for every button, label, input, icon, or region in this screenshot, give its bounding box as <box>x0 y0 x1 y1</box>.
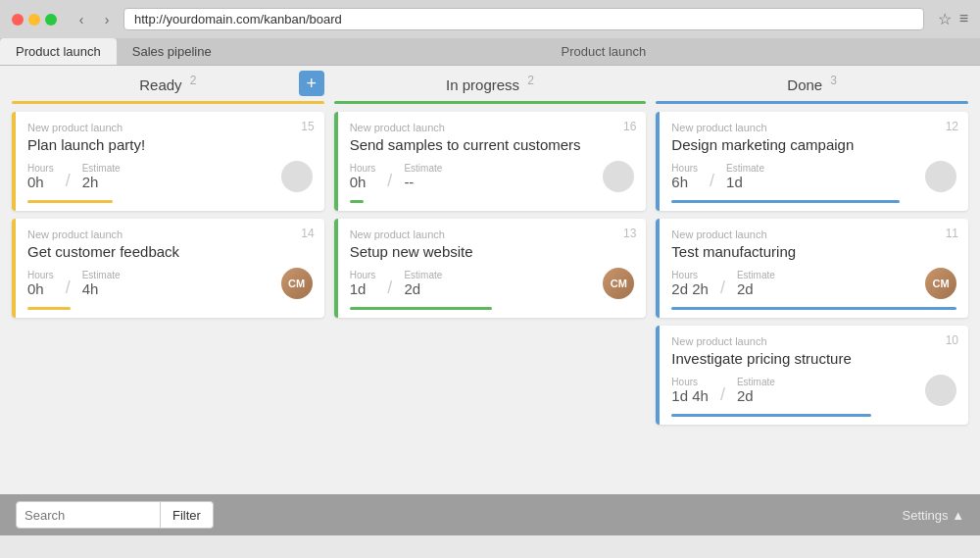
estimate-label: Estimate <box>404 163 442 174</box>
estimate-value: 2d <box>404 280 442 297</box>
back-button[interactable]: ‹ <box>71 9 92 30</box>
browser-titlebar: ‹ › http://yourdomain.com/kanban/board ☆… <box>0 0 980 38</box>
hours-value: 0h <box>27 280 54 297</box>
browser-chrome: ‹ › http://yourdomain.com/kanban/board ☆… <box>0 0 980 66</box>
nav-buttons: ‹ › <box>71 9 118 30</box>
hours-value: 6h <box>671 174 698 190</box>
estimate-value: 4h <box>82 280 121 297</box>
card-title: Get customer feedback <box>27 243 313 260</box>
cards-done: 12 New product launch Design marketing c… <box>656 112 968 425</box>
kanban-card[interactable]: 13 New product launch Setup new website … <box>334 219 647 318</box>
estimate-value: -- <box>404 174 442 190</box>
card-number: 12 <box>946 120 958 133</box>
estimate-value: 2h <box>82 174 121 190</box>
estimate-value: 2d <box>737 280 775 297</box>
card-project: New product launch <box>27 122 313 133</box>
estimate-group: Estimate 4h <box>82 270 121 297</box>
card-meta: Hours 2d 2h / Estimate 2d CM <box>671 268 956 299</box>
estimate-value: 2d <box>737 387 775 404</box>
kanban-card[interactable]: 15 New product launch Plan launch party!… <box>12 112 324 211</box>
hours-label: Hours <box>671 163 698 174</box>
app-tabs-row: Product launch Sales pipeline Product la… <box>0 38 980 66</box>
board-title: Product launch <box>227 38 980 65</box>
kanban-card[interactable]: 10 New product launch Investigate pricin… <box>656 326 968 425</box>
hours-group: Hours 2d 2h <box>671 270 709 297</box>
hours-label: Hours <box>671 377 709 387</box>
card-number: 10 <box>946 333 958 347</box>
hours-group: Hours 0h <box>27 163 54 190</box>
menu-icon[interactable]: ≡ <box>959 10 968 28</box>
card-title: Design marketing campaign <box>671 136 956 153</box>
tab-product-launch[interactable]: Product launch <box>0 38 117 65</box>
maximize-icon[interactable] <box>45 14 57 25</box>
estimate-group: Estimate -- <box>404 163 442 190</box>
card-meta: Hours 0h / Estimate -- <box>350 161 635 192</box>
settings-link[interactable]: Settings ▲ <box>903 508 964 523</box>
column-title-ready: Ready 2 <box>139 74 196 93</box>
hours-group: Hours 0h <box>27 270 54 297</box>
minimize-icon[interactable] <box>28 14 40 25</box>
estimate-group: Estimate 2d <box>737 270 775 297</box>
column-header-done: Done 3 <box>656 66 968 101</box>
separator: / <box>387 163 392 191</box>
kanban-card[interactable]: 11 New product launch Test manufacturing… <box>656 219 968 318</box>
avatar-placeholder <box>281 161 313 192</box>
estimate-value: 1d <box>726 174 764 190</box>
avatar: CM <box>281 268 313 299</box>
estimate-label: Estimate <box>82 163 121 174</box>
column-title-done: Done 3 <box>787 74 837 93</box>
estimate-label: Estimate <box>737 270 775 280</box>
card-title: Test manufacturing <box>671 243 956 260</box>
close-icon[interactable] <box>12 14 24 25</box>
column-line-done <box>656 101 968 104</box>
hours-label: Hours <box>671 270 709 280</box>
kanban-card[interactable]: 12 New product launch Design marketing c… <box>656 112 968 211</box>
separator: / <box>66 270 71 298</box>
card-project: New product launch <box>350 122 635 133</box>
tab-sales-pipeline[interactable]: Sales pipeline <box>117 38 227 65</box>
estimate-group: Estimate 2h <box>82 163 121 190</box>
card-project: New product launch <box>671 122 956 133</box>
card-project: New product launch <box>350 228 635 240</box>
avatar: CM <box>603 268 634 299</box>
separator: / <box>710 163 714 191</box>
bookmark-icon[interactable]: ☆ <box>938 10 952 28</box>
card-meta: Hours 0h / Estimate 4h CM <box>27 268 313 299</box>
card-title: Investigate pricing structure <box>671 350 956 367</box>
estimate-group: Estimate 2d <box>404 270 442 297</box>
hours-group: Hours 0h <box>350 163 376 190</box>
estimate-label: Estimate <box>726 163 764 174</box>
avatar: CM <box>925 268 956 299</box>
forward-button[interactable]: › <box>96 9 118 30</box>
column-line-ready <box>12 101 324 104</box>
address-bar[interactable]: http://yourdomain.com/kanban/board <box>123 8 924 30</box>
avatar-placeholder <box>925 375 956 406</box>
card-project: New product launch <box>671 335 956 347</box>
card-number: 11 <box>946 227 958 240</box>
cards-ready: 15 New product launch Plan launch party!… <box>12 112 324 318</box>
browser-actions: ☆ ≡ <box>938 10 968 28</box>
traffic-lights <box>12 14 57 25</box>
add-card-button[interactable]: + <box>299 71 324 96</box>
hours-value: 1d 4h <box>671 387 709 404</box>
search-input[interactable] <box>16 501 161 529</box>
kanban-card[interactable]: 14 New product launch Get customer feedb… <box>12 219 324 318</box>
column-line-in_progress <box>334 101 647 104</box>
separator: / <box>66 163 71 191</box>
hours-label: Hours <box>27 163 54 174</box>
column-done: Done 3 12 New product launch Design mark… <box>656 66 968 494</box>
card-progress-bar <box>671 414 870 417</box>
card-progress-bar <box>350 307 492 310</box>
card-project: New product launch <box>27 228 313 240</box>
kanban-card[interactable]: 16 New product launch Send samples to cu… <box>334 112 647 211</box>
cards-in_progress: 16 New product launch Send samples to cu… <box>334 112 647 318</box>
filter-button[interactable]: Filter <box>161 501 214 529</box>
card-number: 14 <box>301 227 314 240</box>
separator: / <box>720 270 725 298</box>
column-header-in_progress: In progress 2 <box>334 66 647 101</box>
card-progress-bar <box>27 307 71 310</box>
column-title-in_progress: In progress 2 <box>446 74 534 93</box>
footer: Filter Settings ▲ <box>0 494 980 535</box>
column-header-ready: Ready 2 + <box>12 66 324 101</box>
hours-value: 0h <box>27 174 54 190</box>
